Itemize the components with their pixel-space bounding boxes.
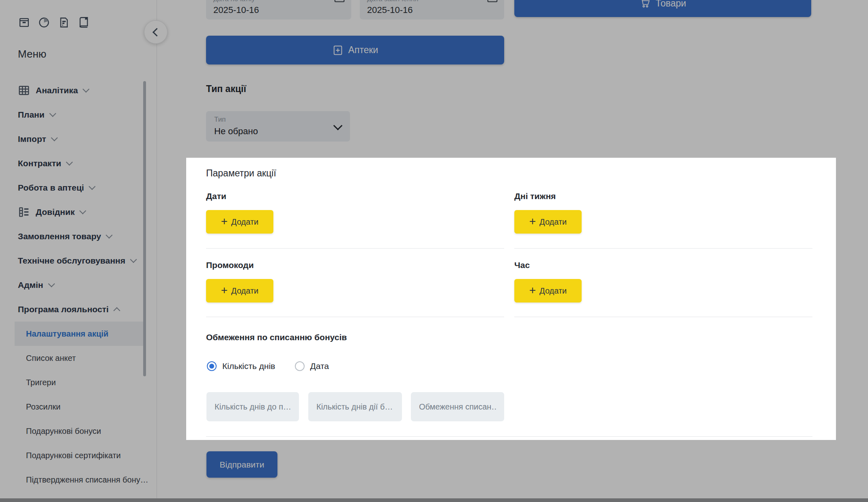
radio-days-label: Кількість днів [222,361,275,371]
submenu-item-questionnaires[interactable]: Список анкет [0,346,157,370]
calendar-icon[interactable] [486,0,498,5]
divider [514,317,812,317]
sidebar-quick-icons [18,16,90,29]
submenu-item-label: Список анкет [26,354,76,363]
list-detail-icon [18,206,30,218]
section-title-dates: Дати [206,191,226,201]
add-button-label: Додати [539,217,567,227]
section-title-promocodes: Промокоди [206,260,254,270]
app-root: Меню Аналітика Плани Імпорт Контракти Ро… [0,0,868,502]
sidebar-item-label: Імпорт [18,134,46,144]
plus-square-icon [332,45,344,56]
days-before-input[interactable] [206,392,299,421]
submenu-item-label: Розсилки [26,402,60,412]
submenu-item-gift-certificates[interactable]: Подарункові сертифікати [0,443,157,468]
radio-days[interactable] [207,361,217,371]
add-dates-button[interactable]: +Додати [206,210,273,234]
add-time-button[interactable]: +Додати [514,279,582,302]
sidebar-item-label: Замовлення товару [18,232,101,241]
chevron-down-icon [130,256,137,263]
plus-icon: + [221,215,228,228]
submenu-item-promo-settings[interactable]: Налаштування акцій [15,322,144,346]
sidebar-item-analytics[interactable]: Аналітика [0,78,157,103]
chevron-down-icon [106,232,113,238]
submenu-item-label: Подарункові бонуси [26,427,101,436]
add-promocodes-button[interactable]: +Додати [206,279,273,302]
submit-button-label: Відправити [220,460,264,470]
submenu-item-gift-bonuses[interactable]: Подарункові бонуси [0,419,157,443]
sidebar-collapse-button[interactable] [144,20,168,44]
book-icon[interactable] [77,16,90,29]
pie-chart-icon[interactable] [38,16,50,29]
bonus-validity-days-input[interactable] [308,392,402,421]
table-grid-icon [18,84,30,97]
chevron-up-icon [113,307,120,314]
radio-date[interactable] [295,361,305,371]
plus-icon: + [221,284,228,297]
params-panel-heading: Параметри акції [206,168,276,179]
add-button-label: Додати [539,286,567,296]
submenu-item-label: Налаштування акцій [26,329,108,339]
sidebar-item-label: Довідник [36,207,75,217]
sidebar-item-label: Програма лояльності [18,305,109,314]
products-button[interactable]: Товари [514,0,811,17]
sidebar-scrollbar-thumb[interactable] [143,81,146,376]
add-weekdays-button[interactable]: +Додати [514,210,582,234]
chevron-down-icon [49,110,56,117]
date-end-field[interactable]: Дата закінчення [360,0,504,19]
chevron-down-icon [89,183,96,190]
window-bottom-edge [0,498,868,502]
date-end-input[interactable] [367,5,468,15]
archive-box-icon[interactable] [18,16,30,29]
submenu-item-writeoff-confirmation[interactable]: Підтвердження списання бону… [0,468,157,492]
sidebar-item-label: Контракти [18,159,61,168]
pharmacies-button[interactable]: Аптеки [206,36,504,64]
chevron-down-icon [83,86,90,92]
sidebar-item-goods-orders[interactable]: Замовлення товару [0,224,157,249]
bonus-limit-radio-group: Кількість днів Дата [207,361,343,371]
submenu-item-label: Підтвердження списання бону… [26,475,148,485]
divider [206,436,812,437]
promo-type-select-value: Не обрано [214,126,258,137]
sidebar-item-pharmacy-work[interactable]: Робота в аптеці [0,176,157,200]
submenu-item-label: Тригери [26,378,56,387]
sidebar: Меню Аналітика Плани Імпорт Контракти Ро… [0,0,157,502]
radio-date-label: Дата [310,361,329,371]
sidebar-item-directory[interactable]: Довідник [0,200,157,224]
date-start-field[interactable]: Дата початку [206,0,351,19]
add-button-label: Додати [231,217,258,227]
sidebar-item-loyalty-program[interactable]: Програма лояльності [0,297,157,322]
sidebar-item-label: Технічне обслуговування [18,256,125,266]
writeoff-limit-input[interactable] [411,392,504,421]
sidebar-item-admin[interactable]: Адмін [0,273,157,297]
submenu-item-triggers[interactable]: Тригери [0,370,157,395]
date-start-input[interactable] [213,5,315,15]
submenu-item-label: Подарункові сертифікати [26,451,121,460]
submit-button[interactable]: Відправити [206,451,277,478]
sidebar-item-import[interactable]: Імпорт [0,127,157,151]
promo-type-select-label: Тип [214,116,226,124]
sidebar-menu-title: Меню [18,48,46,60]
chevron-down-icon [51,134,58,141]
sidebar-item-label: Аналітика [36,86,78,95]
document-icon[interactable] [58,16,70,29]
promo-type-heading: Тип акції [206,84,246,94]
chevron-down-icon [66,159,73,165]
chevron-down-icon [48,280,55,287]
loyalty-submenu: Налаштування акцій Список анкет Тригери … [0,322,157,492]
date-start-label: Дата початку [213,0,255,3]
sidebar-item-maintenance[interactable]: Технічне обслуговування [0,249,157,273]
submenu-item-mailings[interactable]: Розсилки [0,395,157,419]
bonus-limits-heading: Обмеження по списанню бонусів [206,333,347,342]
chevron-down-icon [79,207,86,214]
calendar-icon[interactable] [333,0,346,5]
sidebar-item-label: Адмін [18,280,43,290]
sidebar-item-label: Плани [18,110,45,120]
promo-type-select[interactable]: Тип Не обрано [206,111,350,142]
divider [514,248,812,249]
chevron-left-icon [153,28,161,36]
sidebar-item-contracts[interactable]: Контракти [0,151,157,176]
cart-icon [639,0,651,9]
date-end-label: Дата закінчення [367,0,419,3]
sidebar-item-plans[interactable]: Плани [0,103,157,127]
